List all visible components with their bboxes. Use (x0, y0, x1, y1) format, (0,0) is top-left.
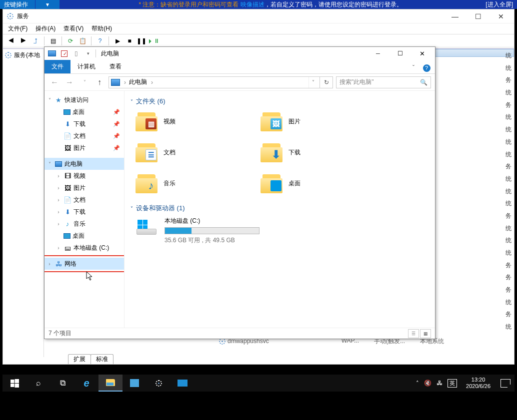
nav-network[interactable]: › 🖧 网络 (44, 258, 124, 270)
nav-back-button[interactable]: ← (48, 76, 60, 88)
folder-label: 音乐 (164, 179, 176, 188)
tray-volume-icon[interactable]: 🔇 (424, 380, 432, 387)
taskbar-app-2[interactable] (146, 375, 170, 392)
nav-pictures-pc[interactable]: ›🖼图片 (44, 182, 124, 194)
drive-local-c[interactable]: 本地磁盘 (C:) 35.6 GB 可用 , 共 49.5 GB (136, 217, 429, 245)
nav-pictures[interactable]: 🖼图片📌 (44, 142, 124, 154)
view-details-button[interactable]: ☰ (408, 329, 419, 338)
nav-forward-button[interactable]: → (64, 76, 76, 88)
menu-file[interactable]: 文件(F) (8, 24, 28, 33)
taskbar-app-3[interactable] (170, 375, 194, 392)
tab-standard[interactable]: 标准 (90, 354, 114, 364)
taskbar-app-1[interactable] (122, 375, 146, 392)
folder-desktop[interactable]: 桌面 (260, 172, 386, 195)
explorer-minimize-button[interactable] (367, 47, 389, 60)
nav-recent-button[interactable]: ˅ (78, 76, 90, 88)
drive-name: 本地磁盘 (C:) (164, 217, 260, 225)
nav-up-button[interactable]: ↑ (94, 76, 106, 88)
section-folders-header[interactable]: ˅文件夹 (6) (130, 97, 429, 106)
folder-music[interactable]: ♪音乐 (136, 172, 260, 195)
tray-clock[interactable]: 13:20 2020/6/26 (466, 377, 490, 390)
show-hide-button[interactable]: ▤ (48, 35, 58, 46)
nav-downloads-pc[interactable]: ›⬇下载 (44, 206, 124, 218)
image-description-link[interactable]: 映像描述 (240, 1, 264, 8)
menu-action[interactable]: 操作(A) (36, 24, 56, 33)
explorer-statusbar: 7 个项目 ☰ ▦ (44, 328, 435, 339)
crumb-this-pc[interactable]: 此电脑 (129, 78, 147, 86)
nav-this-pc[interactable]: ˅ 此电脑 (44, 158, 124, 170)
restart-service-button[interactable]: ⏵⏸ (148, 35, 159, 46)
search-button[interactable]: ⌕ (26, 375, 50, 392)
qat-item-icon[interactable]: ▯ (70, 48, 82, 59)
pin-icon: 📌 (113, 109, 120, 115)
close-button[interactable]: ✕ (491, 10, 511, 22)
tray-chevron-up-icon[interactable]: ˄ (416, 380, 419, 387)
vm-control-bar: 按键操作 ▾ * 注意：缺省的登录用户和密码可查看 映像描述，若自定义了密码，请… (0, 0, 517, 9)
task-view-button[interactable]: ⧉ (50, 375, 74, 392)
folder-downloads[interactable]: ⬇下载 (260, 141, 386, 164)
crumb-sep[interactable]: › (124, 79, 126, 86)
key-ops-button[interactable]: 按键操作 (0, 0, 35, 9)
chevron-right-icon: › (56, 185, 62, 191)
view-icons-button[interactable]: ▦ (420, 329, 431, 338)
nav-local-disk[interactable]: ›🖴本地磁盘 (C:) (44, 242, 124, 254)
address-bar[interactable]: › 此电脑 › ˅ (108, 76, 320, 88)
tray-notifications-icon[interactable] (500, 379, 510, 388)
nav-videos[interactable]: ›🎞视频 (44, 170, 124, 182)
nav-label: 图片 (74, 144, 86, 152)
refresh-button[interactable]: ⟳ (65, 35, 76, 46)
nav-desktop[interactable]: 桌面📌 (44, 106, 124, 118)
menu-view[interactable]: 查看(V) (64, 24, 84, 33)
up-button[interactable]: ⮥ (30, 35, 41, 46)
qat-this-pc-icon[interactable] (46, 48, 58, 59)
nav-downloads[interactable]: ⬇下载📌 (44, 118, 124, 130)
folder-pictures[interactable]: 🖼图片 (260, 110, 386, 133)
ribbon-tab-file[interactable]: 文件 (44, 60, 70, 73)
nav-desktop-pc[interactable]: 桌面 (44, 230, 124, 242)
pause-service-button[interactable]: ❚❚ (136, 35, 147, 46)
tray-network-icon[interactable]: 🖧 (436, 380, 442, 387)
key-ops-dropdown[interactable]: ▾ (36, 0, 60, 9)
taskbar-ie[interactable]: e (74, 375, 98, 392)
services-tree[interactable]: 服务(本地 (3, 48, 44, 357)
address-dropdown[interactable]: ˅ (308, 77, 318, 88)
qat-customize[interactable]: ▾ (82, 48, 94, 59)
folder-documents[interactable]: ☰文档 (136, 141, 260, 164)
service-logon-suffix: 务 (446, 75, 512, 88)
explorer-close-button[interactable] (411, 47, 433, 60)
tab-extended[interactable]: 扩展 (68, 354, 91, 364)
start-button[interactable] (2, 375, 26, 392)
ribbon-help-button[interactable]: ? (421, 62, 432, 73)
nav-documents[interactable]: 📄文档📌 (44, 130, 124, 142)
section-devices-header[interactable]: ˅设备和驱动器 (1) (130, 204, 429, 213)
explorer-maximize-button[interactable] (389, 47, 411, 60)
back-button[interactable]: ⯇ (6, 35, 17, 46)
services-titlebar[interactable]: 服务 — ☐ ✕ (3, 9, 514, 23)
tray-ime[interactable]: 英 (448, 379, 457, 388)
export-button[interactable]: 📋 (77, 35, 88, 46)
ribbon-expand-button[interactable]: ˇ (408, 62, 419, 73)
address-refresh-button[interactable]: ↻ (320, 76, 333, 88)
folder-videos[interactable]: ▥视频 (136, 110, 260, 133)
nav-quick-access[interactable]: ˅ ★ 快速访问 (44, 94, 124, 106)
fullscreen-button[interactable]: [进入全屏] (482, 0, 517, 9)
explorer-titlebar[interactable]: ✓ ▯ ▾ 此电脑 (44, 47, 435, 60)
menu-help[interactable]: 帮助(H) (92, 24, 112, 33)
crumb-sep-2[interactable]: › (151, 79, 153, 86)
qat-properties-icon[interactable]: ✓ (58, 48, 70, 59)
help-button[interactable]: ? (94, 35, 106, 46)
explorer-content[interactable]: ˅文件夹 (6) ▥视频 🖼图片 ☰文档 ⬇下载 ♪音乐 桌面 ˅设备和驱动器 … (124, 91, 435, 328)
nav-documents-pc[interactable]: ›📄文档 (44, 194, 124, 206)
explorer-title: 此电脑 (101, 49, 119, 58)
minimize-button[interactable]: — (445, 10, 465, 22)
ribbon-tab-computer[interactable]: 计算机 (70, 60, 102, 73)
ribbon-tab-view[interactable]: 查看 (102, 60, 128, 73)
maximize-button[interactable]: ☐ (468, 10, 488, 22)
start-service-button[interactable]: ▶ (112, 35, 123, 46)
search-box[interactable]: 搜索"此电脑" 🔍 (336, 76, 431, 88)
taskbar-explorer[interactable] (98, 375, 122, 392)
service-logon-suffix: 统 (446, 88, 512, 100)
stop-service-button[interactable]: ■ (124, 35, 135, 46)
nav-music[interactable]: ›♪音乐 (44, 218, 124, 230)
forward-button[interactable]: ⯈ (18, 35, 29, 46)
